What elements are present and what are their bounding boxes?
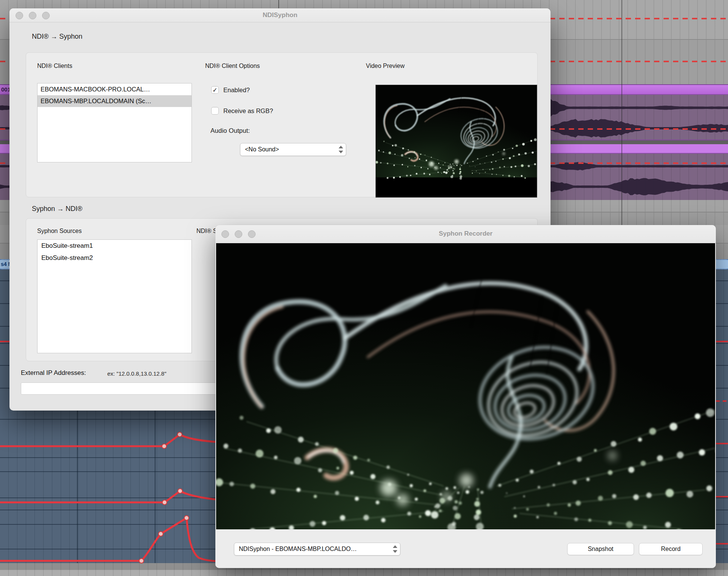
video-preview-frame — [376, 85, 537, 197]
ndisyphon-titlebar[interactable]: NDISyphon — [9, 8, 551, 22]
syphon-sources-listbox[interactable]: EboSuite-stream1 EboSuite-stream2 — [37, 239, 192, 353]
list-item[interactable]: EboSuite-stream1 — [38, 240, 191, 252]
ndi-to-syphon-groupbox: NDI® Clients EBOMANS-MACBOOK-PRO.LOCAL… … — [26, 52, 538, 197]
recorder-video-frame — [216, 243, 715, 529]
updown-chevron-icon — [336, 145, 346, 154]
section-heading-syphon-to-ndi: Syphon → NDI® — [32, 205, 82, 213]
receive-rgb-checkbox-label: Receive as RGB? — [223, 107, 273, 115]
ndi-clients-listbox[interactable]: EBOMANS-MACBOOK-PRO.LOCAL… EBOMANS-MBP.L… — [37, 83, 192, 162]
recorder-source-value: NDISyphon - EBOMANS-MBP.LOCALDO… — [234, 546, 390, 552]
list-item[interactable]: EBOMANS-MACBOOK-PRO.LOCAL… — [38, 83, 191, 95]
recorder-video-view — [216, 243, 715, 529]
video-preview — [375, 85, 537, 198]
recorder-titlebar[interactable]: Syphon Recorder — [215, 225, 716, 243]
external-ip-hint: ex: "12.0.0.8,13.0.12.8" — [107, 370, 166, 377]
recorder-bottom-bar: NDISyphon - EBOMANS-MBP.LOCALDO… Snapsho… — [215, 529, 716, 568]
snapshot-button[interactable]: Snapshot — [567, 543, 634, 555]
list-item[interactable]: EboSuite-stream2 — [38, 252, 191, 264]
audio-output-value: <No Sound> — [240, 146, 336, 153]
external-ip-label: External IP Addresses: — [21, 369, 86, 377]
syphon-recorder-window[interactable]: Syphon Recorder — [215, 225, 716, 568]
receive-rgb-checkbox[interactable] — [211, 107, 219, 115]
list-item-selected[interactable]: EBOMANS-MBP.LOCALDOMAIN (Sc… — [38, 95, 191, 107]
updown-chevron-icon — [390, 545, 400, 554]
ndi-source-options-label-partial: NDI® S — [196, 228, 217, 234]
audio-output-label: Audio Output: — [210, 127, 250, 135]
window-title: NDISyphon — [9, 11, 551, 19]
screen: 001 - s4 M NDISyphon NDI® → Syphon NDI® … — [0, 0, 728, 576]
ndi-client-options-label: NDI® Client Options — [205, 63, 260, 69]
window-title: Syphon Recorder — [215, 230, 716, 238]
syphon-sources-label: Syphon Sources — [37, 228, 82, 234]
receive-rgb-checkbox-row[interactable]: Receive as RGB? — [211, 107, 273, 115]
video-preview-label: Video Preview — [366, 63, 405, 69]
enabled-checkbox-label: Enabled? — [223, 87, 250, 94]
enabled-checkbox-row[interactable]: ✓ Enabled? — [211, 86, 250, 94]
recorder-source-dropdown[interactable]: NDISyphon - EBOMANS-MBP.LOCALDO… — [234, 543, 400, 556]
section-heading-ndi-to-syphon: NDI® → Syphon — [32, 33, 82, 41]
record-button[interactable]: Record — [639, 543, 703, 555]
audio-output-popup[interactable]: <No Sound> — [240, 143, 346, 156]
enabled-checkbox[interactable]: ✓ — [211, 86, 219, 94]
ndi-clients-label: NDI® Clients — [37, 63, 72, 69]
